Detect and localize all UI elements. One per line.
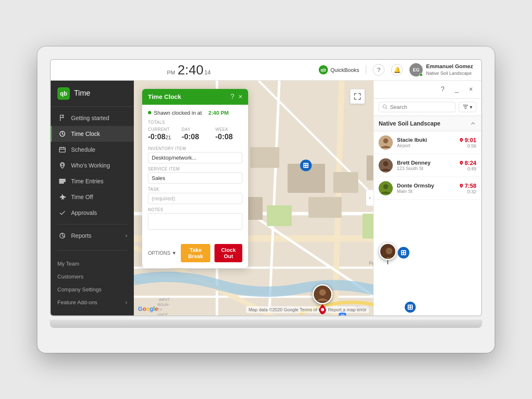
current-total: CURRENT -0:0821: [148, 127, 175, 141]
employee-avatar-1: [379, 135, 393, 150]
notes-label: NOTES: [148, 207, 242, 212]
totals-row: CURRENT -0:0821 DAY -0:08 WEEK: [148, 127, 242, 141]
employee-avatar-3: [379, 181, 393, 195]
employee-item: Donte Ormsby Main St 7:58: [374, 177, 481, 200]
svg-rect-64: [409, 305, 410, 307]
employee-location-1: Airport: [397, 143, 455, 148]
notes-input[interactable]: [148, 213, 242, 230]
sidebar-item-getting-started[interactable]: Getting started: [51, 110, 134, 126]
location-pin-icon: [459, 161, 463, 165]
person-marker-secondary: [379, 243, 397, 264]
notifications-button[interactable]: 🔔: [391, 64, 403, 76]
google-logo: Google: [138, 305, 158, 312]
sidebar-item-company-settings[interactable]: Company Settings: [51, 283, 134, 296]
sidebar-logo: qb Time: [51, 81, 134, 107]
person-marker-main: [313, 284, 332, 314]
qb-icon: qb: [319, 65, 328, 74]
svg-rect-20: [333, 172, 358, 193]
clock-out-button[interactable]: Clock Out: [214, 244, 242, 262]
collapse-panel-button[interactable]: ›: [366, 190, 374, 206]
employee-decimal-1: 0:56: [459, 143, 476, 148]
take-break-button[interactable]: Take Break: [181, 244, 210, 262]
svg-rect-25: [267, 205, 292, 226]
popup-help-button[interactable]: ?: [231, 93, 234, 101]
sidebar-item-schedule[interactable]: Schedule: [51, 142, 134, 158]
sidebar-item-label: Approvals: [71, 209, 97, 216]
clocked-in-time: 2:40 PM: [208, 110, 229, 116]
svg-rect-1: [59, 148, 65, 152]
main-layout: qb Time Getting started: [51, 81, 481, 315]
sidebar-item-reports[interactable]: Reports ›: [51, 228, 134, 244]
panel-close-button[interactable]: ×: [466, 84, 476, 95]
search-icon: [382, 104, 387, 110]
employee-name-3: Donte Ormsby: [397, 182, 455, 189]
laptop-base: [50, 320, 482, 328]
sidebar-item-approvals[interactable]: Approvals: [51, 205, 134, 221]
inventory-input[interactable]: Desktop/network...: [148, 152, 242, 163]
svg-rect-63: [408, 305, 413, 310]
time-main: 2:40: [177, 62, 203, 78]
sidebar-item-my-team[interactable]: My Team: [51, 257, 134, 270]
service-input[interactable]: Sales: [148, 172, 242, 184]
svg-point-73: [383, 161, 388, 166]
options-button[interactable]: OPTIONS ▼: [148, 250, 177, 256]
svg-text:20: 20: [340, 313, 345, 315]
building-marker-1: [300, 160, 312, 173]
popup-footer: OPTIONS ▼ Take Break Clock Out: [142, 240, 248, 268]
sidebar-item-whos-working[interactable]: Who's Working: [51, 158, 134, 173]
svg-text:TY: TY: [158, 308, 163, 312]
clocked-in-text: Shawn clocked in at: [154, 110, 202, 116]
location-pin-icon: [459, 138, 463, 142]
employee-hours-3: 7:58: [459, 182, 476, 189]
collapse-icon[interactable]: [470, 120, 476, 127]
svg-rect-53: [402, 251, 403, 252]
svg-rect-52: [401, 250, 406, 255]
task-input[interactable]: (required): [148, 193, 242, 204]
sidebar-secondary-divider: [57, 250, 127, 251]
employee-decimal-2: 0:49: [459, 166, 476, 171]
help-button[interactable]: ?: [373, 64, 384, 76]
sidebar-item-customers[interactable]: Customers: [51, 270, 134, 283]
search-box: [379, 102, 456, 112]
search-input[interactable]: [390, 104, 452, 110]
plane-icon: [59, 193, 66, 201]
filter-icon: [463, 104, 468, 110]
svg-rect-50: [306, 166, 308, 167]
current-value: -0:0821: [148, 133, 175, 141]
svg-rect-67: [411, 308, 412, 309]
location-pin-icon: [459, 184, 463, 188]
map-expand-button[interactable]: [350, 89, 365, 104]
sidebar-item-label: Time Clock: [71, 131, 100, 137]
employee-time-3: 7:58 0:32: [459, 182, 476, 194]
svg-point-70: [383, 138, 388, 143]
service-label: SERVICE ITEM: [148, 167, 242, 171]
sidebar-item-time-clock[interactable]: Time Clock: [51, 126, 134, 142]
employee-item: Stacie Ibuki Airport 9:01: [374, 131, 481, 154]
sidebar-item-time-entries[interactable]: Time Entries: [51, 173, 134, 189]
company-name: Native Soil Landscape: [379, 120, 441, 127]
laptop-screen: PM 2:40 14 qb QuickBooks ? 🔔 EG: [50, 59, 482, 316]
svg-point-58: [319, 289, 326, 296]
popup-close-button[interactable]: ×: [239, 93, 242, 101]
sidebar-divider: [57, 224, 127, 224]
logo-icon: qb: [57, 87, 70, 100]
building-marker-2: [398, 247, 409, 260]
employee-list: Stacie Ibuki Airport 9:01: [374, 131, 481, 315]
svg-point-77: [461, 185, 462, 186]
filter-button[interactable]: ▾: [459, 102, 476, 112]
sidebar: qb Time Getting started: [51, 81, 134, 315]
panel-help-button[interactable]: ?: [437, 84, 448, 95]
sidebar-item-label: Time Off: [71, 194, 93, 200]
svg-point-74: [461, 162, 462, 163]
time-seconds: 14: [204, 69, 211, 76]
logo-letters: qb: [60, 90, 67, 97]
employee-avatar-2: [379, 158, 393, 172]
sidebar-item-time-off[interactable]: Time Off: [51, 189, 134, 205]
calendar-icon: [59, 146, 66, 153]
company-header: Native Soil Landscape: [374, 116, 481, 131]
svg-rect-48: [306, 164, 308, 165]
sidebar-item-feature-addons[interactable]: Feature Add-ons ›: [51, 296, 134, 309]
panel-minimize-button[interactable]: _: [451, 84, 462, 95]
top-bar-right: qb QuickBooks ? 🔔 EG Emmanuel Gomez Nati…: [319, 63, 473, 76]
sidebar-nav: Getting started Time Clock: [51, 107, 134, 247]
